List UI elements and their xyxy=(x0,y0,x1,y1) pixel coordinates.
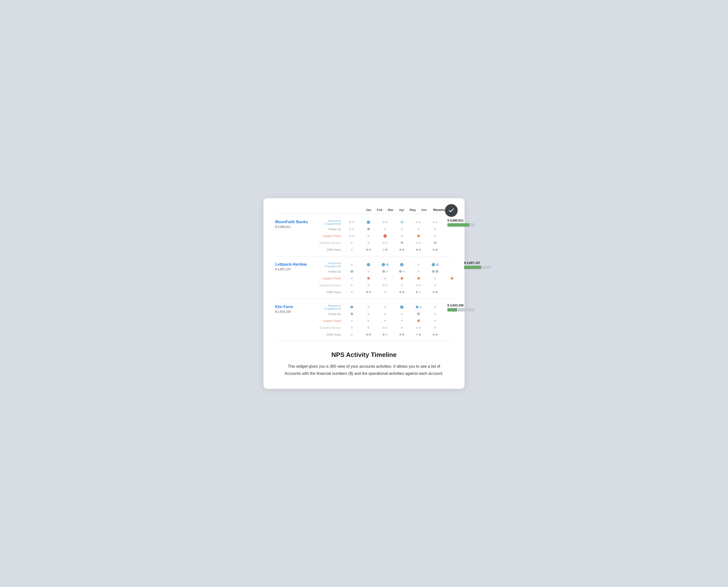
dot xyxy=(368,306,369,308)
month-dots-0-3-2 xyxy=(377,242,394,244)
month-dots-0-1-5 xyxy=(427,228,444,230)
month-dots-2-2-4 xyxy=(410,320,427,322)
dot xyxy=(366,249,368,251)
dot xyxy=(352,228,354,230)
dots-row-1-4 xyxy=(344,291,444,293)
month-dots-0-2-4 xyxy=(410,235,427,237)
month-dots-1-1-1 xyxy=(360,271,377,273)
dots-row-0-4 xyxy=(344,249,444,251)
dot xyxy=(368,284,369,286)
account-name-1[interactable]: Lettpack-Hardew xyxy=(275,262,314,267)
dot xyxy=(433,221,435,223)
revenue-bar-wrap-1 xyxy=(464,266,491,269)
dot xyxy=(351,334,353,335)
month-dots-1-2-2 xyxy=(377,277,394,279)
month-dots-0-0-5 xyxy=(427,221,444,223)
month-dots-2-4-5 xyxy=(427,334,444,335)
activity-label-2-3: Business Review xyxy=(314,326,344,329)
month-dots-1-0-3 xyxy=(394,263,410,266)
dot xyxy=(384,313,386,315)
dot xyxy=(416,242,418,244)
month-dots-0-3-5 xyxy=(427,241,444,244)
dot xyxy=(399,291,401,293)
revenue-bar-gray-0 xyxy=(470,223,475,227)
account-section-2: Elm Farm$ 2,643,336Response EngagementFo… xyxy=(275,299,453,341)
dot xyxy=(352,235,354,237)
dot xyxy=(402,249,404,251)
month-dots-1-0-5 xyxy=(427,263,444,266)
month-dots-1-4-0 xyxy=(344,291,360,293)
dot xyxy=(436,221,438,223)
dot xyxy=(403,271,405,273)
dot xyxy=(401,228,403,230)
dot xyxy=(434,284,436,286)
month-dots-2-0-5 xyxy=(427,306,444,308)
revenue-amount-2: $ 2,643,336 xyxy=(447,304,474,307)
month-dots-1-1-0 xyxy=(344,270,360,273)
dot xyxy=(367,277,370,280)
dot xyxy=(382,263,385,266)
dot xyxy=(433,249,435,251)
dot xyxy=(383,284,384,286)
dot xyxy=(401,277,403,280)
revenue-amount-0: $ 5,090,911 xyxy=(447,219,475,222)
month-dots-0-3-3 xyxy=(394,241,410,244)
dots-row-1-1 xyxy=(344,270,444,273)
revenue-bar-green-2 xyxy=(447,308,457,311)
month-dots-1-2-3 xyxy=(394,277,410,280)
revenue-bar-gray-1 xyxy=(482,266,491,269)
month-dots-0-1-3 xyxy=(394,228,410,230)
activity-row-0-1: Follow Up xyxy=(314,226,444,233)
month-dots-0-2-3 xyxy=(394,235,410,237)
dot xyxy=(368,313,369,315)
dot xyxy=(419,249,421,251)
month-dots-1-0-2 xyxy=(377,263,394,266)
check-badge xyxy=(445,204,458,217)
activity-row-0-0: Response Engagement xyxy=(314,219,444,226)
dot xyxy=(369,334,371,335)
dot xyxy=(367,228,370,230)
account-info-0: MoonFaith Banks$ 5,090,911 xyxy=(275,219,314,229)
month-dots-2-2-2 xyxy=(377,320,394,322)
dot xyxy=(434,277,436,279)
dot xyxy=(368,235,369,237)
month-dots-1-3-5 xyxy=(427,284,444,286)
dot xyxy=(384,228,386,230)
dot xyxy=(349,235,351,237)
month-dots-2-1-3 xyxy=(394,313,410,315)
account-name-2[interactable]: Elm Farm xyxy=(275,305,314,309)
activity-row-2-1: Follow Up xyxy=(314,310,444,318)
dot xyxy=(401,221,403,224)
activity-row-2-2: Support Ticket xyxy=(314,318,444,324)
account-revenue-small-2: $ 2,643,336 xyxy=(275,310,314,313)
account-name-0[interactable]: MoonFaith Banks xyxy=(275,220,314,224)
dots-row-2-2 xyxy=(344,320,444,322)
month-dots-0-1-2 xyxy=(377,228,394,230)
dot xyxy=(399,249,401,251)
dot xyxy=(401,241,403,244)
month-header-apr: Apr xyxy=(396,208,407,212)
month-dots-0-0-0 xyxy=(344,221,360,223)
activity-label-0-0: Response Engagement xyxy=(314,219,344,225)
month-dots-2-0-0 xyxy=(344,306,360,308)
activity-label-1-4: CRM Tasks xyxy=(314,291,344,294)
month-dots-0-1-4 xyxy=(410,228,427,230)
dot xyxy=(383,242,384,244)
widget-title: NPS Activity Timeline xyxy=(280,351,448,359)
dot xyxy=(402,334,404,335)
month-dots-0-1-1 xyxy=(360,228,377,230)
activity-row-1-3: Business Review xyxy=(314,282,460,289)
month-dots-1-1-4 xyxy=(410,271,427,273)
activity-row-2-0: Response Engagement xyxy=(314,304,444,310)
dot xyxy=(383,249,384,251)
dot xyxy=(433,334,435,335)
dot xyxy=(386,263,389,266)
activity-row-0-4: CRM Tasks xyxy=(314,246,444,253)
month-header-jun: Jun xyxy=(418,208,429,212)
dot xyxy=(419,291,421,293)
month-dots-2-2-3 xyxy=(394,320,410,322)
dot xyxy=(419,242,421,244)
dot xyxy=(351,249,353,251)
month-dots-2-3-1 xyxy=(360,327,377,329)
activity-label-0-3: Business Review xyxy=(314,241,344,244)
